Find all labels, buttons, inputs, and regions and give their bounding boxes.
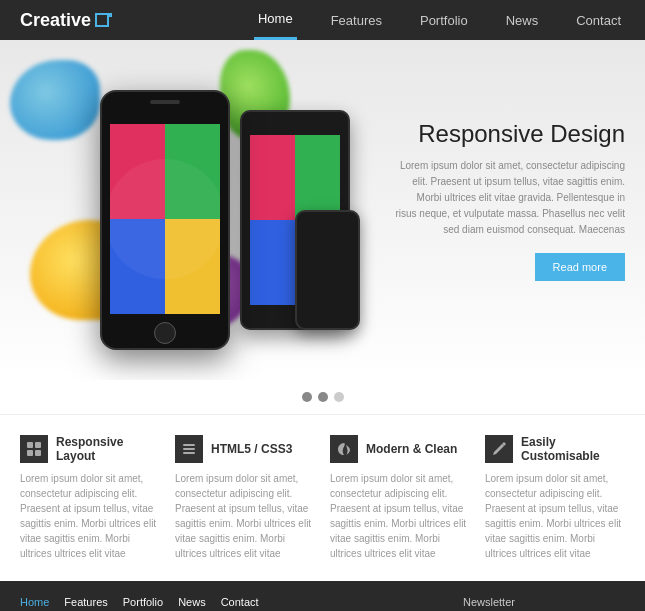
svg-rect-1 (295, 135, 340, 220)
feature-header-2: HTML5 / CSS3 (175, 435, 315, 463)
svg-rect-13 (183, 444, 195, 446)
hero-devices (50, 60, 380, 370)
feature-header-3: Modern & Clean (330, 435, 470, 463)
footer-nav-features[interactable]: Features (64, 596, 107, 608)
feature-text-3: Lorem ipsum dolor sit amet, consectetur … (330, 471, 470, 561)
nav-contact[interactable]: Contact (572, 0, 625, 40)
logo: Creative (20, 10, 109, 31)
html5-icon (175, 435, 203, 463)
responsive-icon (20, 435, 48, 463)
svg-rect-10 (35, 442, 41, 448)
small-phone (295, 210, 360, 330)
footer-top: Home Features Portfolio News Contact ⌂ 3… (20, 596, 625, 611)
feature-html5: HTML5 / CSS3 Lorem ipsum dolor sit amet,… (175, 435, 315, 561)
svg-rect-15 (183, 452, 195, 454)
newsletter-label: Newsletter (463, 596, 625, 608)
feature-customisable: Easily Customisable Lorem ipsum dolor si… (485, 435, 625, 561)
logo-text: Creative (20, 10, 91, 31)
footer-nav-news[interactable]: News (178, 596, 206, 608)
logo-icon (95, 13, 109, 27)
feature-responsive: Responsive Layout Lorem ipsum dolor sit … (20, 435, 160, 561)
feature-header-4: Easily Customisable (485, 435, 625, 463)
feature-title-1: Responsive Layout (56, 435, 160, 463)
footer: Home Features Portfolio News Contact ⌂ 3… (0, 581, 645, 611)
main-nav: Home Features Portfolio News Contact (254, 0, 625, 40)
footer-newsletter: Newsletter › (463, 596, 625, 611)
feature-title-3: Modern & Clean (366, 442, 457, 456)
svg-point-8 (110, 159, 220, 279)
footer-nav-contact[interactable]: Contact (221, 596, 259, 608)
dot-1[interactable] (302, 392, 312, 402)
modern-icon (330, 435, 358, 463)
phone-home-button (154, 322, 176, 344)
svg-rect-2 (250, 220, 295, 305)
svg-rect-0 (250, 135, 295, 220)
feature-text-1: Lorem ipsum dolor sit amet, consectetur … (20, 471, 160, 561)
svg-rect-11 (27, 450, 33, 456)
svg-rect-14 (183, 448, 195, 450)
main-phone (100, 90, 230, 350)
nav-features[interactable]: Features (327, 0, 386, 40)
feature-header-1: Responsive Layout (20, 435, 160, 463)
hero-description: Lorem ipsum dolor sit amet, consectetur … (395, 158, 625, 238)
feature-text-4: Lorem ipsum dolor sit amet, consectetur … (485, 471, 625, 561)
svg-rect-9 (27, 442, 33, 448)
carousel-dots (0, 380, 645, 414)
footer-nav-portfolio[interactable]: Portfolio (123, 596, 163, 608)
dot-3[interactable] (334, 392, 344, 402)
dot-2[interactable] (318, 392, 328, 402)
nav-portfolio[interactable]: Portfolio (416, 0, 472, 40)
feature-modern: Modern & Clean Lorem ipsum dolor sit ame… (330, 435, 470, 561)
svg-rect-12 (35, 450, 41, 456)
footer-nav: Home Features Portfolio News Contact (20, 596, 463, 608)
hero-title: Responsive Design (395, 120, 625, 148)
pencil-icon (485, 435, 513, 463)
hero-text-block: Responsive Design Lorem ipsum dolor sit … (395, 120, 625, 281)
feature-text-2: Lorem ipsum dolor sit amet, consectetur … (175, 471, 315, 561)
nav-news[interactable]: News (502, 0, 543, 40)
hero-section: Responsive Design Lorem ipsum dolor sit … (0, 40, 645, 380)
header: Creative Home Features Portfolio News Co… (0, 0, 645, 40)
phone-speaker (150, 100, 180, 104)
feature-title-4: Easily Customisable (521, 435, 625, 463)
features-section: Responsive Layout Lorem ipsum dolor sit … (0, 414, 645, 581)
nav-home[interactable]: Home (254, 0, 297, 40)
footer-nav-home[interactable]: Home (20, 596, 49, 608)
read-more-button[interactable]: Read more (535, 253, 625, 281)
phone-screen (110, 124, 220, 314)
feature-title-2: HTML5 / CSS3 (211, 442, 292, 456)
